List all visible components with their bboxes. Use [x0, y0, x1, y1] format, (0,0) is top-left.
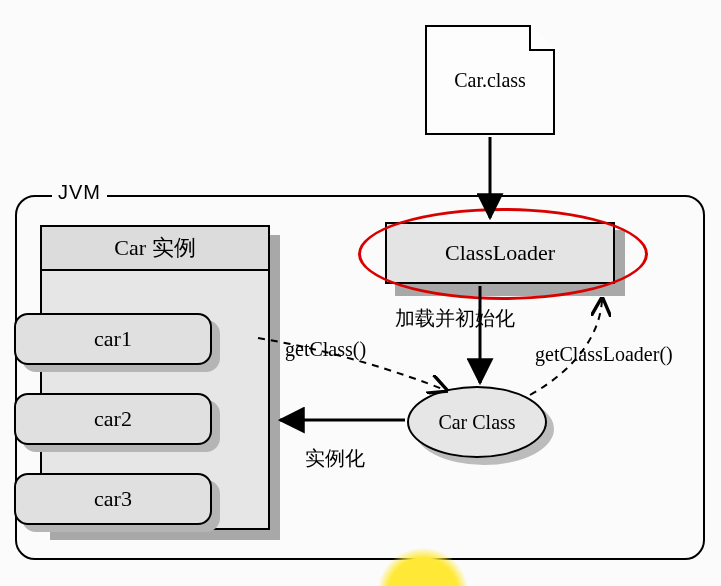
classloader-node: ClassLoader [385, 222, 615, 284]
classloader-label: ClassLoader [445, 240, 555, 266]
instance-item-car3: car3 [14, 473, 212, 525]
edge-label-load-init: 加载并初始化 [395, 305, 515, 332]
carclass-node: Car Class [407, 386, 547, 458]
instances-header: Car 实例 [42, 227, 268, 271]
edge-label-getclassloader: getClassLoader() [535, 343, 673, 366]
file-document-node: Car.class [425, 25, 555, 135]
instance-item-car1: car1 [14, 313, 212, 365]
carclass-label: Car Class [438, 411, 515, 434]
file-label: Car.class [454, 69, 526, 92]
jvm-label: JVM [52, 181, 107, 204]
diagram-stage: Car.class JVM Car 实例 car1 car2 car3 Clas… [0, 0, 721, 586]
instance-item-car2: car2 [14, 393, 212, 445]
edge-label-instantiate: 实例化 [305, 445, 365, 472]
edge-label-getclass: getClass() [285, 338, 366, 361]
page-fold-icon [529, 25, 555, 51]
